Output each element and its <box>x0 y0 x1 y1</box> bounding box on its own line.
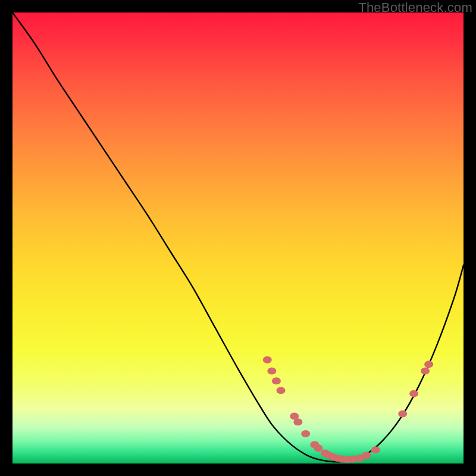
marker-point <box>314 444 322 452</box>
marker-point <box>398 411 407 418</box>
marker-point <box>277 387 286 394</box>
highlighted-points <box>263 356 433 464</box>
marker-point <box>371 446 380 453</box>
marker-point <box>301 430 310 437</box>
marker-point <box>362 452 371 459</box>
bottleneck-curve <box>12 12 464 462</box>
marker-point <box>409 390 418 397</box>
marker-point <box>272 377 281 384</box>
marker-point <box>293 418 302 425</box>
marker-point <box>263 356 272 364</box>
marker-point <box>424 361 433 368</box>
marker-point <box>267 368 276 375</box>
chart-svg <box>12 12 464 464</box>
marker-point <box>421 368 430 375</box>
